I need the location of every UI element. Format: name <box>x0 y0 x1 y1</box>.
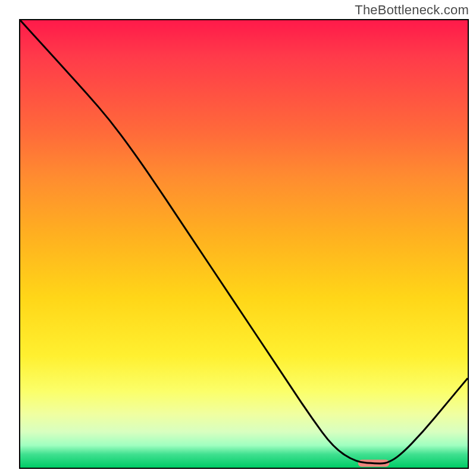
watermark-text: TheBottleneck.com <box>355 2 469 18</box>
bottleneck-curve <box>20 20 468 464</box>
chart-svg <box>20 20 468 468</box>
chart-frame <box>19 19 469 469</box>
